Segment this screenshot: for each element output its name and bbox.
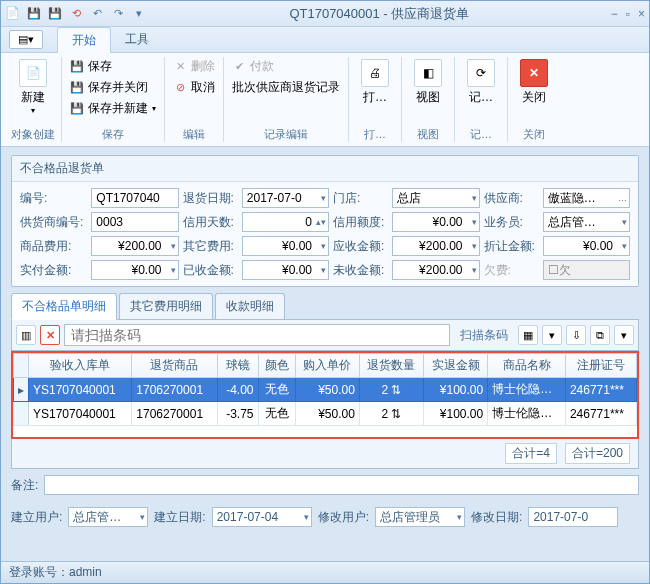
scan-label: 扫描条码 [454,327,514,344]
tab-detail[interactable]: 不合格品单明细 [11,293,117,320]
col-header[interactable]: 验收入库单 [29,354,132,378]
qat-save-icon[interactable]: 💾 [25,5,43,23]
unreceived-field[interactable]: ¥200.00▾ [392,260,479,280]
recv-amount-field[interactable]: ¥200.00▾ [392,236,479,256]
pay-button[interactable]: ✔付款 [230,57,342,76]
print-button[interactable]: 🖨打… [355,57,395,108]
ribbon: 📄 新建▾ 对象创建 💾保存 💾保存并关闭 💾保存并新建▾ 保存 ✕删除 ⊘取消… [1,53,649,147]
store-field[interactable]: 总店▾ [392,188,479,208]
tab-start[interactable]: 开始 [57,27,111,53]
tab-other-fee[interactable]: 其它费用明细 [119,293,213,319]
chevron-down-icon: ▾ [321,193,326,203]
debt-field: ☐ 欠 [543,260,630,280]
copy-button[interactable]: ⧉ [590,325,610,345]
audit-row: 建立用户: 总店管…▾ 建立日期: 2017-07-04▾ 修改用户: 总店管理… [11,501,639,533]
save-button[interactable]: 💾保存 [68,57,158,76]
save-close-button[interactable]: 💾保存并关闭 [68,78,158,97]
other-fee-field[interactable]: ¥0.00▾ [242,236,329,256]
layout-button[interactable]: ▾ [542,325,562,345]
add-row-button[interactable]: ▥ [16,325,36,345]
view-icon: ◧ [414,59,442,87]
file-menu-button[interactable]: ▤▾ [9,30,43,49]
col-header[interactable]: 退货数量 [359,354,423,378]
barcode-input[interactable] [64,324,450,346]
new-icon: 📄 [19,59,47,87]
minimize-icon[interactable]: − [611,7,618,21]
app-icon: 📄 [5,6,21,22]
app-window: 📄 💾 💾 ⟲ ↶ ↷ ▾ QT1707040001 - 供应商退货单 − ▫ … [0,0,650,584]
log-button[interactable]: ⟳记… [461,57,501,108]
cancel-button[interactable]: ⊘取消 [171,78,217,97]
supplier-code-field[interactable]: 0003 [91,212,178,232]
delete-button[interactable]: ✕删除 [171,57,217,76]
remark-row: 备注: [11,469,639,501]
tab-receipt[interactable]: 收款明细 [215,293,285,319]
save-close-icon: 💾 [70,81,84,95]
qat-refresh-icon[interactable]: ⟲ [67,5,85,23]
delete-icon: ✕ [173,60,187,74]
col-header[interactable]: 球镜 [217,354,258,378]
goods-fee-field[interactable]: ¥200.00▾ [91,236,178,256]
save-new-button[interactable]: 💾保存并新建▾ [68,99,158,118]
col-header[interactable]: 实退金额 [424,354,488,378]
discount-field[interactable]: ¥0.00▾ [543,236,630,256]
header-form: 编号:QT1707040 退货日期:2017-07-0▾ 门店:总店▾ 供应商:… [12,182,638,286]
qat-saveclose-icon[interactable]: 💾 [46,5,64,23]
header-panel: 不合格品退货单 编号:QT1707040 退货日期:2017-07-0▾ 门店:… [11,155,639,287]
chevron-down-icon: ▾ [472,193,477,203]
mod-user-field[interactable]: 总店管理员▾ [375,507,465,527]
return-date-field[interactable]: 2017-07-0▾ [242,188,329,208]
delete-row-button[interactable]: ✕ [40,325,60,345]
grid-summary: 合计=4 合计=200 [11,439,639,469]
tab-tools[interactable]: 工具 [111,27,163,52]
mod-date-field[interactable]: 2017-07-0 [528,507,618,527]
save-new-icon: 💾 [70,102,84,116]
close-icon[interactable]: × [638,7,645,21]
summary-count: 合计=4 [505,443,557,464]
refresh-button[interactable]: ▦ [518,325,538,345]
titlebar: 📄 💾 💾 ⟲ ↶ ↷ ▾ QT1707040001 - 供应商退货单 − ▫ … [1,1,649,27]
qat-redo-icon[interactable]: ↷ [109,5,127,23]
close-x-icon: ✕ [520,59,548,87]
table-row[interactable]: YS17070400011706270001-3.75无色¥50.002 ⇅¥1… [14,402,637,426]
ellipsis-icon: … [618,193,627,203]
close-button[interactable]: ✕关闭 [514,57,554,108]
col-header[interactable]: 商品名称 [488,354,566,378]
new-button[interactable]: 📄 新建▾ [13,57,53,117]
col-header[interactable]: 注册证号 [565,354,636,378]
summary-sum: 合计=200 [565,443,630,464]
pay-icon: ✔ [232,60,246,74]
detail-tabs: 不合格品单明细 其它费用明细 收款明细 [11,293,639,320]
col-header[interactable]: 退货商品 [132,354,217,378]
cancel-icon: ⊘ [173,81,187,95]
qat-more-icon[interactable]: ▾ [130,5,148,23]
credit-limit-field[interactable]: ¥0.00▾ [392,212,479,232]
view-button[interactable]: ◧视图 [408,57,448,108]
create-user-field[interactable]: 总店管…▾ [68,507,148,527]
col-header[interactable]: 颜色 [258,354,295,378]
received-field[interactable]: ¥0.00▾ [242,260,329,280]
maximize-icon[interactable]: ▫ [626,7,630,21]
clerk-field[interactable]: 总店管…▾ [543,212,630,232]
more-button[interactable]: ▾ [614,325,634,345]
supplier-field[interactable]: 傲蓝隐…… [543,188,630,208]
ribbon-tabs: ▤▾ 开始 工具 [1,27,649,53]
create-date-field[interactable]: 2017-07-04▾ [212,507,312,527]
detail-grid[interactable]: 验收入库单退货商品球镜颜色购入单价退货数量实退金额商品名称注册证号 ▸YS170… [11,351,639,439]
quick-access-toolbar: 💾 💾 ⟲ ↶ ↷ ▾ [25,5,148,23]
qat-undo-icon[interactable]: ↶ [88,5,106,23]
export-button[interactable]: ⇩ [566,325,586,345]
remark-field[interactable] [44,475,639,495]
code-field[interactable]: QT1707040 [91,188,178,208]
credit-days-field[interactable]: 0▴▾ [242,212,329,232]
table-row[interactable]: ▸YS17070400011706270001-4.00无色¥50.002 ⇅¥… [14,378,637,402]
col-header[interactable]: 购入单价 [295,354,359,378]
batch-button[interactable]: 批次供应商退货记录 [230,78,342,97]
spinner-icon: ▴▾ [316,217,326,227]
print-icon: 🖨 [361,59,389,87]
window-title: QT1707040001 - 供应商退货单 [148,5,611,23]
panel-title: 不合格品退货单 [12,156,638,182]
save-icon: 💾 [70,60,84,74]
status-bar: 登录账号：admin [1,561,649,583]
paid-field[interactable]: ¥0.00▾ [91,260,178,280]
